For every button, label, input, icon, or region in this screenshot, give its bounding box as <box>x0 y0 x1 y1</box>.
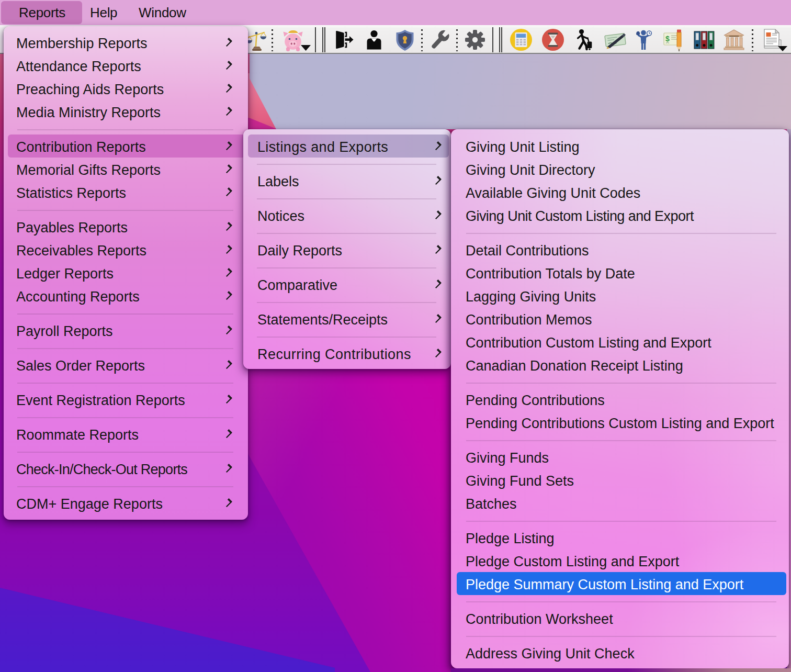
svg-text:$: $ <box>665 35 670 43</box>
